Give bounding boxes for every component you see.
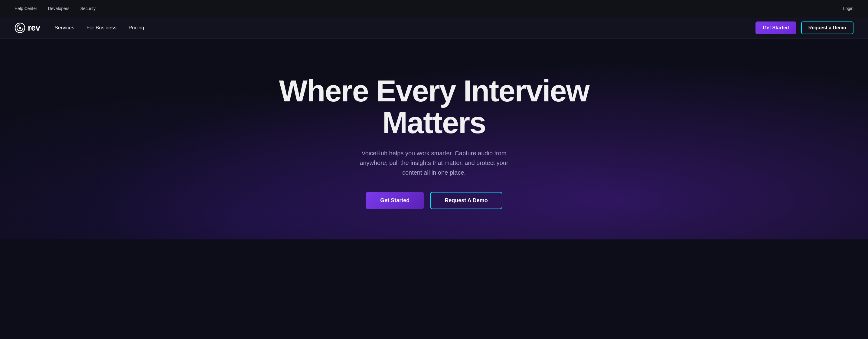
main-nav: rev Services For Business Pricing Get St… <box>0 17 868 39</box>
nav-right: Get Started Request a Demo <box>755 22 854 34</box>
top-bar-right: Login <box>843 6 854 11</box>
hero-section: Where Every Interview Matters VoiceHub h… <box>0 39 868 239</box>
nav-for-business-link[interactable]: For Business <box>87 25 117 31</box>
nav-left: rev Services For Business Pricing <box>14 22 144 33</box>
nav-pricing-link[interactable]: Pricing <box>128 25 144 31</box>
hero-get-started-button[interactable]: Get Started <box>366 192 424 209</box>
help-center-link[interactable]: Help Center <box>14 6 37 11</box>
logo-text: rev <box>28 23 40 33</box>
nav-get-started-button[interactable]: Get Started <box>755 22 796 34</box>
hero-buttons: Get Started Request A Demo <box>366 192 502 209</box>
top-bar-links: Help Center Developers Security <box>14 6 96 11</box>
nav-links: Services For Business Pricing <box>55 25 144 31</box>
hero-request-demo-button[interactable]: Request A Demo <box>430 192 502 209</box>
rev-logo-icon <box>14 22 25 33</box>
hero-title: Where Every Interview Matters <box>252 75 616 139</box>
developers-link[interactable]: Developers <box>48 6 69 11</box>
nav-request-demo-button[interactable]: Request a Demo <box>801 22 854 34</box>
login-link[interactable]: Login <box>843 6 854 11</box>
svg-point-1 <box>19 27 21 29</box>
logo[interactable]: rev <box>14 22 40 33</box>
top-bar: Help Center Developers Security Login <box>0 0 868 17</box>
security-link[interactable]: Security <box>81 6 96 11</box>
hero-subtitle: VoiceHub helps you work smarter. Capture… <box>352 148 516 177</box>
nav-services-link[interactable]: Services <box>55 25 74 31</box>
